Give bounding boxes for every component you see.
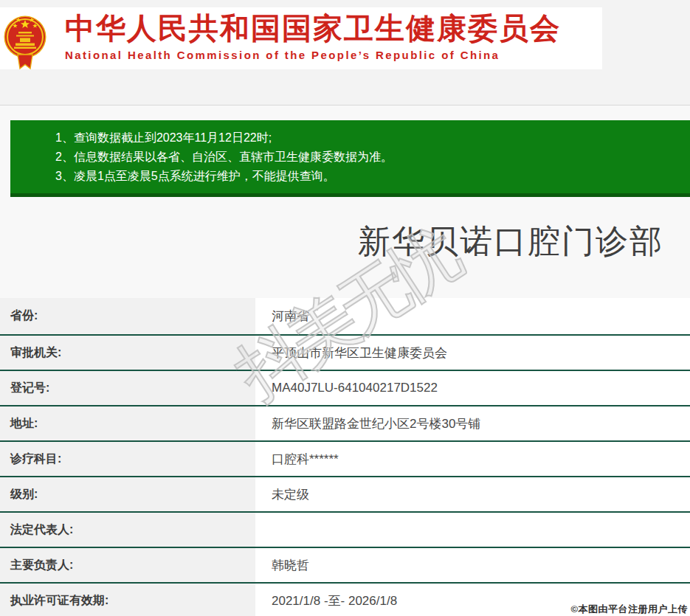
content-area: 1、查询数据截止到2023年11月12日22时;2、信息数据结果以各省、自治区、…: [0, 105, 690, 616]
row-value: 新华区联盟路金世纪小区2号楼30号铺: [255, 406, 690, 440]
site-header: 中华人民共和国国家卫生健康委员会 National Health Commiss…: [0, 7, 602, 69]
row-label: 诊疗科目:: [0, 442, 255, 476]
table-row: 级别:未定级: [0, 476, 690, 511]
row-value: 口腔科******: [255, 442, 690, 476]
row-value: 未定级: [255, 477, 690, 511]
row-label: 地址:: [0, 406, 255, 440]
china-national-emblem-icon: [3, 9, 47, 72]
copyright-stamp: ©本图由平台注册用户上传: [570, 603, 688, 616]
row-value: 河南省: [255, 298, 690, 334]
table-row: 审批机关:平顶山市新华区卫生健康委员会: [0, 334, 690, 370]
notice-list: 1、查询数据截止到2023年11月12日22时;2、信息数据结果以各省、自治区、…: [55, 128, 683, 186]
table-row: 登记号:MA40J7LU-641040217D1522: [0, 370, 690, 405]
notice-item: 1、查询数据截止到2023年11月12日22时;: [55, 128, 683, 148]
header-titles: 中华人民共和国国家卫生健康委员会 National Health Commiss…: [65, 10, 596, 63]
row-label: 级别:: [0, 477, 255, 511]
table-row: 诊疗科目:口腔科******: [0, 440, 690, 476]
notice-item: 3、凌晨1点至凌晨5点系统进行维护，不能提供查询。: [55, 167, 683, 186]
notice-banner: 1、查询数据截止到2023年11月12日22时;2、信息数据结果以各省、自治区、…: [10, 120, 690, 197]
site-title-english: National Health Commission of the People…: [65, 47, 596, 63]
row-value: 韩晓哲: [255, 548, 690, 582]
row-label: 审批机关:: [0, 336, 255, 370]
site-title-chinese: 中华人民共和国国家卫生健康委员会: [65, 10, 596, 46]
table-row: 法定代表人:: [0, 511, 690, 547]
row-label: 执业许可证有效期:: [0, 584, 255, 616]
info-table: 省份:河南省审批机关:平顶山市新华区卫生健康委员会登记号:MA40J7LU-64…: [0, 298, 690, 616]
row-label: 省份:: [0, 298, 255, 334]
table-row: 省份:河南省: [0, 298, 690, 334]
nhc-query-result-page: 中华人民共和国国家卫生健康委员会 National Health Commiss…: [0, 0, 690, 616]
row-label: 登记号:: [0, 371, 255, 405]
notice-item: 2、信息数据结果以各省、自治区、直辖市卫生健康委数据为准。: [55, 148, 683, 167]
row-value: MA40J7LU-641040217D1522: [255, 371, 690, 405]
table-row: 地址:新华区联盟路金世纪小区2号楼30号铺: [0, 405, 690, 440]
row-value: 平顶山市新华区卫生健康委员会: [255, 336, 690, 370]
row-value: [255, 513, 690, 547]
table-row: 主要负责人:韩晓哲: [0, 547, 690, 582]
row-label: 主要负责人:: [0, 548, 255, 582]
organization-title: 新华贝诺口腔门诊部: [0, 220, 690, 263]
row-label: 法定代表人:: [0, 513, 255, 547]
